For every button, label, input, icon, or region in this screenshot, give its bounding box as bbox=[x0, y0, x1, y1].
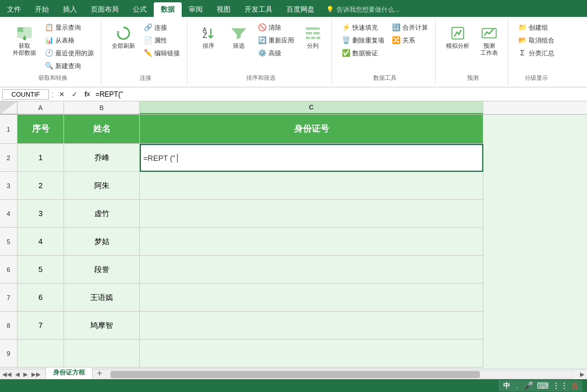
property-icon: 📄 bbox=[143, 36, 153, 45]
cell-a1[interactable]: 序号 bbox=[17, 115, 64, 144]
btn-quick-fill[interactable]: ⚡ 快速填充 bbox=[339, 22, 387, 33]
col-header-b[interactable]: B bbox=[64, 101, 140, 114]
cell-b1[interactable]: 姓名 bbox=[64, 115, 140, 144]
btn-create-group[interactable]: 📁 创建组 bbox=[515, 22, 557, 33]
col-header-c[interactable]: C bbox=[140, 101, 483, 114]
col-header-a[interactable]: A bbox=[17, 101, 64, 114]
sheet-nav[interactable]: ◀◀ ◀ ▶ ▶▶ bbox=[0, 371, 43, 377]
keyboard-icon[interactable]: ⌨ bbox=[537, 381, 549, 390]
row-header-4[interactable]: 4 bbox=[0, 200, 17, 228]
cell-c6[interactable] bbox=[140, 256, 483, 284]
row-header-5[interactable]: 5 bbox=[0, 228, 17, 256]
cell-a8[interactable]: 7 bbox=[17, 312, 64, 340]
btn-simulate[interactable]: 模拟分析 bbox=[443, 22, 473, 52]
tab-review[interactable]: 审阅 bbox=[182, 2, 210, 17]
h-scroll-track[interactable] bbox=[110, 370, 573, 379]
cancel-formula-btn[interactable]: ✕ bbox=[56, 89, 68, 100]
cell-b8[interactable]: 鸠摩智 bbox=[64, 312, 140, 340]
corner-cell bbox=[0, 101, 17, 114]
btn-split-col[interactable]: 分列 bbox=[299, 22, 327, 52]
cell-c8[interactable] bbox=[140, 312, 483, 340]
search-box[interactable]: 告诉我您想要做什么... bbox=[337, 5, 399, 14]
formula-input[interactable] bbox=[96, 90, 585, 98]
nav-prev[interactable]: ◀ bbox=[14, 371, 21, 377]
cell-c1[interactable]: 身份证号 bbox=[140, 115, 483, 144]
btn-property[interactable]: 📄 属性 bbox=[141, 34, 182, 46]
tab-data[interactable]: 数据 bbox=[154, 2, 182, 17]
tab-file[interactable]: 文件 bbox=[0, 2, 28, 17]
name-box[interactable] bbox=[2, 89, 49, 100]
row-header-7[interactable]: 7 bbox=[0, 284, 17, 312]
nav-first[interactable]: ◀◀ bbox=[1, 371, 13, 377]
btn-edit-links[interactable]: ✏️ 编辑链接 bbox=[141, 47, 182, 59]
btn-forecast[interactable]: 预测 工作表 bbox=[475, 22, 503, 59]
tab-developer[interactable]: 开发工具 bbox=[238, 2, 280, 17]
row-header-3[interactable]: 3 bbox=[0, 172, 17, 200]
cell-a7[interactable]: 6 bbox=[17, 284, 64, 312]
cell-c3[interactable] bbox=[140, 172, 483, 200]
btn-from-table[interactable]: 📊 从表格 bbox=[42, 34, 96, 46]
cell-b6[interactable]: 段誉 bbox=[64, 256, 140, 284]
btn-filter[interactable]: 筛选 bbox=[225, 22, 253, 52]
btn-relation[interactable]: 🔀 关系 bbox=[389, 34, 430, 46]
h-scroll-thumb[interactable] bbox=[111, 371, 480, 378]
btn-recent-source[interactable]: 🕐 最近使用的源 bbox=[42, 47, 96, 59]
cell-b4[interactable]: 虚竹 bbox=[64, 200, 140, 228]
tab-formula[interactable]: 公式 bbox=[126, 2, 154, 17]
tab-home[interactable]: 开始 bbox=[28, 2, 56, 17]
btn-new-query[interactable]: 🔍 新建查询 bbox=[42, 60, 96, 72]
row-header-8[interactable]: 8 bbox=[0, 312, 17, 340]
btn-merge-calc[interactable]: 🔣 合并计算 bbox=[389, 22, 430, 33]
btn-ungroup[interactable]: 📂 取消组合 bbox=[515, 34, 557, 46]
cell-a5[interactable]: 4 bbox=[17, 228, 64, 256]
h-scrollbar[interactable]: ◀◀ ◀ ▶ ▶▶ 身份证方框 + ▶ bbox=[0, 369, 587, 379]
ime-punct[interactable]: ， bbox=[514, 382, 520, 390]
cell-a2[interactable]: 1 bbox=[17, 144, 64, 172]
btn-advanced[interactable]: ⚙️ 高级 bbox=[255, 47, 296, 59]
btn-connect[interactable]: 🔗 连接 bbox=[141, 22, 182, 33]
btn-get-external-data[interactable]: 获取 外部数据 bbox=[9, 22, 40, 59]
btn-sort-asc[interactable]: A Z 排序 bbox=[195, 22, 222, 52]
cell-c2[interactable]: =REPT (" REPT(text, number_times) fang'k… bbox=[140, 144, 483, 172]
add-sheet-btn[interactable]: + bbox=[94, 368, 105, 379]
btn-data-validate[interactable]: ✅ 数据验证 bbox=[339, 47, 387, 59]
cell-b2[interactable]: 乔峰 bbox=[64, 144, 140, 172]
btn-reapply[interactable]: 🔄 重新应用 bbox=[255, 34, 296, 46]
cell-b5[interactable]: 梦姑 bbox=[64, 228, 140, 256]
tab-page-layout[interactable]: 页面布局 bbox=[84, 2, 126, 17]
grid-icon[interactable]: ⋮⋮ bbox=[552, 381, 568, 390]
cell-c7[interactable] bbox=[140, 284, 483, 312]
ime-lang[interactable]: 中 bbox=[503, 381, 510, 391]
btn-clear[interactable]: 🚫 清除 bbox=[255, 22, 296, 33]
scroll-right-btn[interactable]: ▶ bbox=[578, 371, 587, 377]
tab-insert[interactable]: 插入 bbox=[56, 2, 84, 17]
status-bar: 中 ， 🎤 ⌨ ⋮⋮ S bbox=[0, 379, 587, 392]
cell-b3[interactable]: 阿朱 bbox=[64, 172, 140, 200]
cell-c4[interactable] bbox=[140, 200, 483, 228]
group-label-outline: 分级显示 bbox=[525, 72, 548, 82]
mic-icon[interactable]: 🎤 bbox=[524, 381, 533, 390]
insert-function-btn[interactable]: fx bbox=[82, 89, 93, 100]
row-header-2[interactable]: 2 bbox=[0, 144, 17, 172]
row-header-1[interactable]: 1 bbox=[0, 115, 17, 144]
cell-c5[interactable] bbox=[140, 228, 483, 256]
cell-b9[interactable] bbox=[64, 340, 140, 368]
tab-baidu[interactable]: 百度网盘 bbox=[280, 2, 321, 17]
btn-refresh-all[interactable]: 全部刷新 bbox=[108, 22, 139, 52]
btn-show-query[interactable]: 📋 显示查询 bbox=[42, 22, 96, 33]
confirm-formula-btn[interactable]: ✓ bbox=[69, 89, 80, 100]
nav-next[interactable]: ▶ bbox=[22, 371, 29, 377]
nav-last[interactable]: ▶▶ bbox=[30, 371, 42, 377]
ime-status-bar[interactable]: 中 ， 🎤 ⌨ ⋮⋮ S bbox=[498, 380, 582, 391]
cell-a4[interactable]: 3 bbox=[17, 200, 64, 228]
cell-a9[interactable] bbox=[17, 340, 64, 368]
cell-a3[interactable]: 2 bbox=[17, 172, 64, 200]
cell-c9[interactable] bbox=[140, 340, 483, 368]
btn-remove-dup[interactable]: 🗑️ 删除重复项 bbox=[339, 34, 387, 46]
row-header-6[interactable]: 6 bbox=[0, 256, 17, 284]
btn-subtotal[interactable]: Σ 分类汇总 bbox=[515, 47, 557, 59]
cell-a6[interactable]: 5 bbox=[17, 256, 64, 284]
cell-b7[interactable]: 王语嫣 bbox=[64, 284, 140, 312]
row-header-9[interactable]: 9 bbox=[0, 340, 17, 368]
tab-view[interactable]: 视图 bbox=[210, 2, 238, 17]
